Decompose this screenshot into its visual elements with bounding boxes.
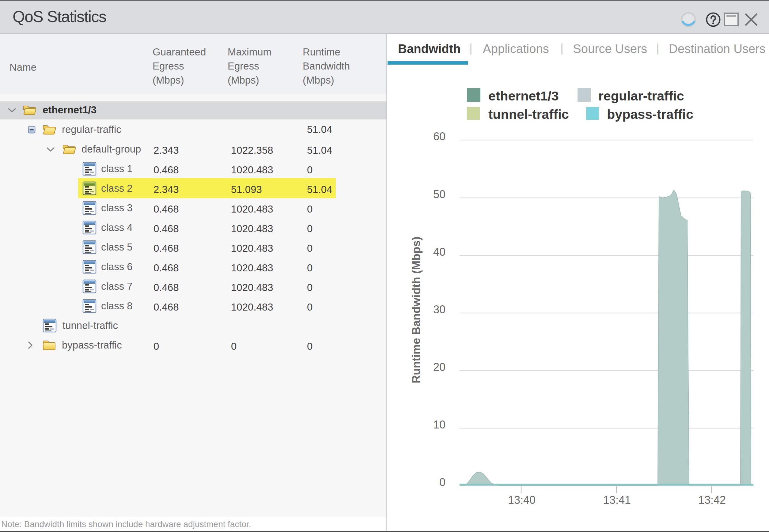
svg-text:60: 60 bbox=[433, 130, 446, 143]
svg-text:30: 30 bbox=[433, 303, 446, 316]
svg-text:0: 0 bbox=[439, 476, 446, 489]
svg-text:50: 50 bbox=[433, 188, 446, 201]
svg-text:13:41: 13:41 bbox=[603, 494, 631, 506]
svg-text:40: 40 bbox=[433, 246, 446, 258]
svg-text:Runtime Bandwidth (Mbps): Runtime Bandwidth (Mbps) bbox=[410, 237, 423, 383]
svg-text:13:42: 13:42 bbox=[698, 494, 726, 506]
svg-text:20: 20 bbox=[433, 361, 446, 373]
svg-text:10: 10 bbox=[433, 418, 446, 431]
svg-text:13:40: 13:40 bbox=[508, 494, 536, 506]
